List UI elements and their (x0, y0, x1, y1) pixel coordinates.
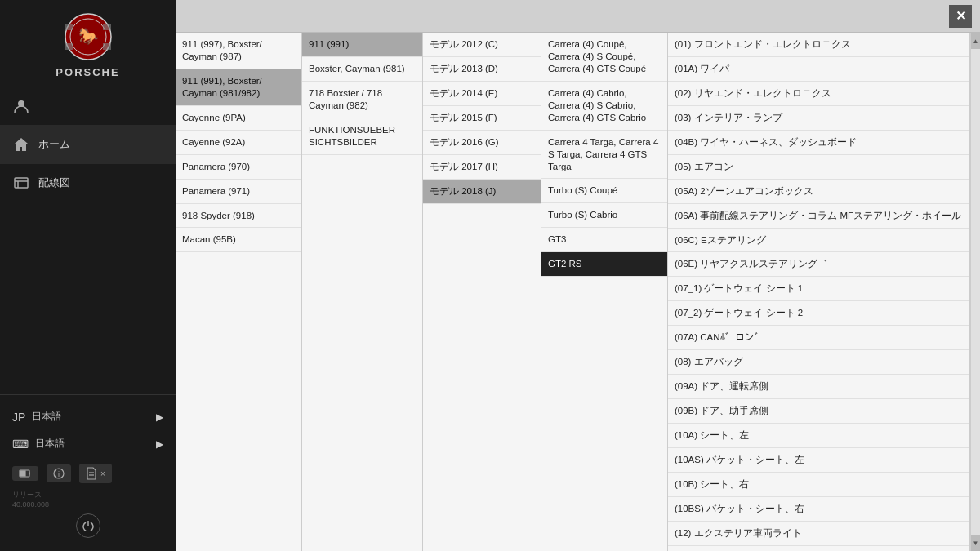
col-model: 911 (991)Boxster, Cayman (981)718 Boxste… (302, 33, 423, 551)
list-item[interactable]: (07_2) ゲートウェイ シート 2 (668, 301, 969, 326)
list-item[interactable]: (14) リフト機能 フロント・アクスル (668, 546, 969, 551)
list-item[interactable]: GT3 (541, 228, 667, 252)
list-item[interactable]: Panamera (971) (176, 180, 301, 204)
svg-rect-4 (65, 43, 74, 50)
col-systems: (01) フロントエンド・エレクトロニクス(01A) ワイパ(02) リヤエンド… (668, 33, 970, 551)
svg-rect-8 (15, 178, 28, 188)
list-item[interactable]: (10A) シート、左 (668, 424, 969, 448)
list-item[interactable]: (01A) ワイパ (668, 57, 969, 82)
sd-card-button[interactable]: × (79, 464, 112, 483)
list-item[interactable]: (09B) ドア、助手席側 (668, 399, 969, 424)
list-item[interactable]: Cayenne (92A) (176, 131, 301, 155)
list-item[interactable]: モデル 2012 (C) (423, 33, 541, 57)
scroll-down-arrow[interactable]: ▼ (971, 535, 981, 551)
list-item[interactable]: 718 Boxster / 718 Cayman (982) (302, 82, 422, 118)
list-item[interactable]: (05) エアコン (668, 155, 969, 180)
list-item[interactable]: (04B) ワイヤ・ハーネス、ダッシュボード (668, 131, 969, 155)
svg-rect-3 (65, 24, 74, 30)
language1-label: 日本語 (32, 410, 61, 424)
col-year: モデル 2012 (C)モデル 2013 (D)モデル 2014 (E)モデル … (423, 33, 541, 551)
svg-rect-6 (103, 43, 111, 50)
power-button[interactable] (76, 513, 100, 538)
list-item[interactable]: モデル 2017 (H) (423, 155, 541, 180)
list-item[interactable]: (10B) シート、右 (668, 473, 969, 497)
list-item[interactable]: Turbo (S) Cabrio (541, 203, 667, 228)
list-item[interactable]: モデル 2016 (G) (423, 131, 541, 155)
porsche-logo: 🐎 (64, 12, 113, 61)
sidebar-item-wiring[interactable]: 配線図 (0, 164, 176, 202)
sidebar-item-home[interactable]: ホーム (0, 126, 176, 164)
list-item[interactable]: モデル 2013 (D) (423, 57, 541, 82)
logo-area: 🐎 PORSCHE (0, 0, 176, 87)
list-item[interactable]: Carrera 4 Targa, Carrera 4 S Targa, Carr… (541, 131, 667, 180)
list-item[interactable]: (03) インテリア・ランプ (668, 106, 969, 131)
language2-label: 日本語 (35, 437, 65, 451)
list-item[interactable]: GT2 RS (541, 252, 667, 277)
list-item[interactable]: Cayenne (9PA) (176, 106, 301, 131)
main-content: ✕ 911 (997), Boxster/ Cayman (987)911 (9… (176, 0, 980, 551)
close-icon-small: × (100, 469, 105, 478)
list-item[interactable]: FUNKTIONSUEBER SICHTSBILDER (302, 118, 422, 155)
version-label: リリース (12, 491, 42, 499)
list-item[interactable]: (06A) 事前配線ステアリング・コラム MFステアリング・ホイール (668, 204, 969, 229)
list-item[interactable]: Turbo (S) Coupé (541, 179, 667, 203)
sidebar-footer: JP 日本語 ▶ ⌨ 日本語 ▶ i × リリース 40.000.008 (0, 394, 176, 551)
version-info: リリース 40.000.008 (12, 490, 163, 509)
home-icon (12, 136, 30, 153)
list-item[interactable]: 918 Spyder (918) (176, 204, 301, 229)
list-item[interactable]: モデル 2014 (E) (423, 82, 541, 106)
list-item[interactable]: (08) エアバッグ (668, 350, 969, 375)
list-item[interactable]: (07_1) ゲートウェイ シート 1 (668, 277, 969, 301)
columns-container: 911 (997), Boxster/ Cayman (987)911 (991… (176, 33, 980, 551)
list-item[interactable]: モデル 2018 (J) (423, 180, 541, 204)
list-item[interactable]: (09A) ドア、運転席側 (668, 375, 969, 399)
list-item[interactable]: Macan (95B) (176, 228, 301, 252)
user-icon (12, 97, 30, 115)
battery-button[interactable] (12, 466, 38, 481)
porsche-brand-text: PORSCHE (56, 66, 119, 78)
list-item[interactable]: (06C) Eステアリング (668, 229, 969, 253)
list-item[interactable]: Panamera (970) (176, 155, 301, 180)
language-selector-2[interactable]: ⌨ 日本語 ▶ (12, 430, 163, 457)
svg-text:🐎: 🐎 (78, 26, 98, 46)
list-item[interactable]: (02) リヤエンド・エレクトロニクス (668, 82, 969, 106)
language1-icon: JP (12, 411, 25, 424)
col-vehicle-series: 911 (997), Boxster/ Cayman (987)911 (991… (176, 33, 302, 551)
svg-rect-5 (103, 24, 111, 30)
chevron-right-icon-1: ▶ (156, 411, 163, 423)
scroll-up-arrow[interactable]: ▲ (971, 33, 981, 49)
list-item[interactable]: (10BS) バケット・シート、右 (668, 497, 969, 522)
sidebar-item-user[interactable] (0, 87, 176, 126)
footer-toolbar: i × (12, 457, 163, 487)
list-item[interactable]: (01) フロントエンド・エレクトロニクス (668, 33, 969, 57)
list-item[interactable]: 911 (991), Boxster/ Cayman (981/982) (176, 69, 301, 106)
list-item[interactable]: (07A) CANﾎ゛ロン゛ (668, 326, 969, 350)
list-item[interactable]: (10AS) バケット・シート、左 (668, 448, 969, 473)
version-number: 40.000.008 (12, 500, 49, 509)
list-item[interactable]: (12) エクステリア車両ライト (668, 522, 969, 546)
col-body-type: Carrera (4) Coupé, Carrera (4) S Coupé, … (541, 33, 668, 551)
language2-icon: ⌨ (12, 438, 29, 451)
sidebar-item-wiring-label: 配線図 (38, 176, 70, 190)
svg-rect-12 (20, 471, 25, 476)
sidebar: 🐎 PORSCHE ホーム 配線図 J (0, 0, 176, 551)
list-item[interactable]: Boxster, Cayman (981) (302, 57, 422, 82)
sidebar-item-home-label: ホーム (38, 137, 70, 152)
list-item[interactable]: Carrera (4) Coupé, Carrera (4) S Coupé, … (541, 33, 667, 82)
list-item[interactable]: Carrera (4) Cabrio, Carrera (4) S Cabrio… (541, 82, 667, 131)
info-button[interactable]: i (47, 464, 71, 482)
chevron-right-icon-2: ▶ (156, 438, 163, 450)
sidebar-navigation: ホーム 配線図 (0, 87, 176, 394)
header-bar: ✕ (176, 0, 980, 33)
close-button[interactable]: ✕ (949, 5, 972, 28)
power-row (12, 509, 163, 543)
list-item[interactable]: (05A) 2ゾーンエアコンボックス (668, 180, 969, 204)
language-selector-1[interactable]: JP 日本語 ▶ (12, 403, 163, 430)
wiring-icon (12, 174, 30, 192)
list-item[interactable]: 911 (997), Boxster/ Cayman (987) (176, 33, 301, 69)
list-item[interactable]: 911 (991) (302, 33, 422, 57)
list-item[interactable]: (06E) リヤアクスルステアリング゛ (668, 252, 969, 277)
scrollbar-right[interactable]: ▲ ▼ (970, 33, 980, 551)
svg-text:i: i (58, 470, 60, 478)
list-item[interactable]: モデル 2015 (F) (423, 106, 541, 131)
